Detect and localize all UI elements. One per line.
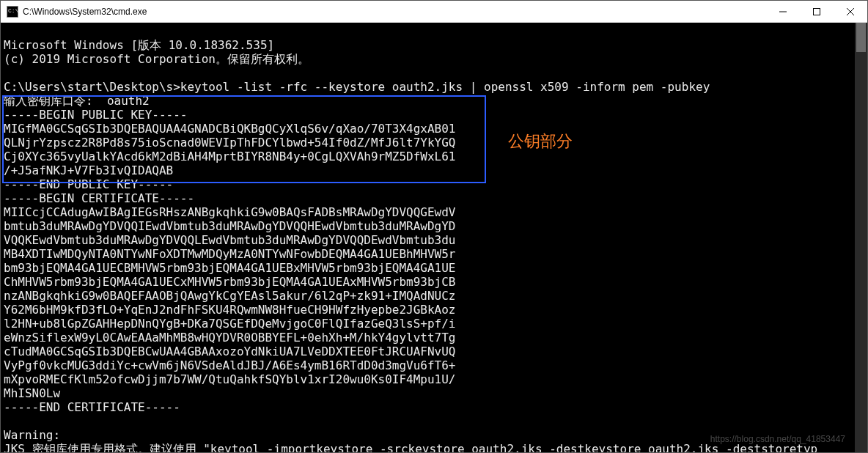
warning-label: Warning: — [4, 428, 60, 442]
cert-line: nzANBgkqhkiG9w0BAQEFAAOBjQAwgYkCgYEAsl5a… — [4, 289, 456, 303]
minimize-button[interactable] — [766, 1, 800, 22]
cert-line: ChMHVW5rbm93bjEQMA4GA1UECxMHVW5rbm93bjEQ… — [4, 275, 456, 289]
cert-end: -----END CERTIFICATE----- — [4, 400, 180, 414]
pubkey-line: MIGfMA0GCSqGSIb3DQEBAQUAA4GNADCBiQKBgQCy… — [4, 122, 456, 136]
cmd-icon — [7, 6, 18, 18]
terminal-output[interactable]: Microsoft Windows [版本 10.0.18362.535] (c… — [1, 23, 867, 452]
maximize-button[interactable] — [800, 1, 834, 22]
cert-begin: -----BEGIN CERTIFICATE----- — [4, 191, 194, 205]
pubkey-line: QLNjrYzpscz2R8Pd8s75ioScnad0WEVIpThFDCYl… — [4, 136, 456, 150]
public-key-annotation: 公钥部分 — [508, 134, 573, 148]
pubkey-begin: -----BEGIN PUBLIC KEY----- — [4, 108, 187, 122]
cert-line: bm93bjEQMA4GA1UECBMHVW5rbm93bjEQMA4GA1UE… — [4, 261, 456, 275]
pubkey-line: /+J5afNKJ+V7Fb3IvQIDAQAB — [4, 163, 173, 177]
prompt-line: C:\Users\start\Desktop\s>keytool -list -… — [4, 80, 710, 94]
cert-line: VQQKEwdVbmtub3duMRAwDgYDVQQLEwdVbmtub3du… — [4, 233, 456, 247]
cert-line: MB4XDTIwMDQyNTA0NTYwNFoXDTMwMDQyMzA0NTYw… — [4, 247, 456, 261]
vertical-scrollbar[interactable] — [855, 23, 867, 452]
pubkey-line: Cj0XYc365vyUalkYAcd6kM2dBiAH4MprtBIYR8NB… — [4, 150, 456, 163]
cert-line: VyPgf0vkcMUG3ddiYc+cwVm6jN6VSdeAldJBJ/A6… — [4, 358, 456, 372]
cert-line: MIICcjCCAdugAwIBAgIEGsRHszANBgkqhkiG9w0B… — [4, 205, 456, 219]
cert-line: Y62M6bHM9kfD3fLO+YqEnJ2ndFhFSKU4RQwmNW8H… — [4, 303, 456, 317]
svg-rect-0 — [814, 8, 820, 15]
cert-line: l2HN+ub8lGpZGAHHepDNnQYgB+DKa7QSGEfDQeMv… — [4, 317, 456, 331]
cmd-window: C:\Windows\System32\cmd.exe Microsoft Wi… — [0, 0, 868, 453]
cert-line: bmtub3duMRAwDgYDVQQIEwdVbmtub3duMRAwDgYD… — [4, 219, 456, 233]
scrollbar-thumb[interactable] — [856, 23, 866, 52]
window-titlebar[interactable]: C:\Windows\System32\cmd.exe — [1, 1, 867, 23]
cert-line: mXpvoRMECfKlm52ofcwDjjm7b7WW/QtuQahkfSQY… — [4, 372, 456, 386]
cert-line: cTudMA0GCSqGSIb3DQEBCwUAA4GBAAxozoYdNkiU… — [4, 345, 456, 358]
close-button[interactable] — [834, 1, 867, 22]
cert-line: MhISN0Lw — [4, 386, 60, 400]
text-line: (c) 2019 Microsoft Corporation。保留所有权利。 — [4, 52, 309, 66]
watermark-text: https://blog.csdn.net/qq_41853447 — [710, 432, 845, 446]
window-title: C:\Windows\System32\cmd.exe — [23, 7, 766, 17]
text-line: Microsoft Windows [版本 10.0.18362.535] — [4, 38, 274, 52]
warning-line: JKS 密钥库使用专用格式。建议使用 "keytool -importkeyst… — [4, 442, 817, 452]
text-line: 输入密钥库口令: oauth2 — [4, 94, 150, 108]
window-controls — [766, 1, 867, 22]
cert-line: eWnzSiflexW9yL0CAwEAAaMhMB8wHQYDVR0OBBYE… — [4, 331, 456, 345]
pubkey-end: -----END PUBLIC KEY----- — [4, 177, 173, 191]
